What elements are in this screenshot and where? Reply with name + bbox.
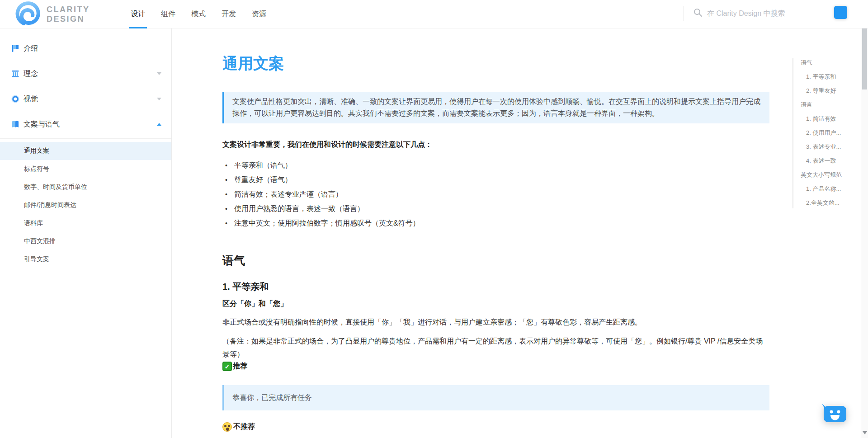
page-title: 通用文案: [222, 54, 769, 72]
nav-tab-components[interactable]: 组件: [161, 0, 175, 28]
toc-item-english-case[interactable]: 英文大小写规范: [801, 168, 864, 182]
not-recommend-row: 不推荐: [222, 422, 769, 432]
logo-wordmark: CLARITY DESIGN: [47, 5, 90, 24]
user-avatar[interactable]: [834, 6, 847, 19]
toc-item-tone[interactable]: 语气: [801, 56, 864, 70]
nav-tab-develop[interactable]: 开发: [222, 0, 236, 28]
toc-item-equal[interactable]: 1. 平等亲和: [801, 70, 864, 84]
list-item: •简洁有效；表述专业严谨（语言）: [222, 187, 769, 202]
header: CLARITY DESIGN 设计 组件 模式 开发 资源: [0, 0, 868, 28]
recommend-label: 推荐: [233, 362, 247, 371]
nav-tab-label: 设计: [131, 9, 145, 19]
bullet-icon: •: [222, 191, 234, 198]
logo-line2: DESIGN: [47, 14, 90, 24]
sidebar-subitem-label: 通用文案: [24, 147, 49, 155]
scroll-down-icon[interactable]: [863, 431, 867, 434]
flag-icon: [11, 44, 20, 53]
sidebar: 介绍 理念 视觉 文案与语气 通用文案 标点符号 数字、时间及货币单位 邮件/消…: [0, 28, 172, 438]
sidebar-item-concept[interactable]: 理念: [0, 61, 171, 86]
toc-item-professional[interactable]: 3. 表述专业...: [801, 140, 864, 154]
subsection-heading-equal: 1. 平等亲和: [222, 281, 769, 293]
section-heading-tone: 语气: [222, 253, 769, 268]
toc-border: [793, 58, 793, 208]
sidebar-item-visual[interactable]: 视觉: [0, 86, 171, 112]
lead-text: 文案设计非常重要，我们在使用和设计的时候需要注意以下几点：: [222, 140, 769, 150]
list-item-text: 注意中英文；使用阿拉伯数字；慎用感叹号（英文&符号）: [234, 219, 420, 228]
list-item: •平等亲和（语气）: [222, 158, 769, 173]
sidebar-item-copywriting[interactable]: 文案与语气: [0, 112, 171, 137]
emoji-eye: [224, 425, 226, 427]
recommend-row: ✓ 推荐: [222, 362, 769, 371]
chat-widget-button[interactable]: [821, 403, 848, 425]
clarity-logo-icon[interactable]: [15, 1, 41, 27]
info-callout: 文案使产品性格更加突出，清晰、准确、一致的文案让界面更易用，使得用户在每一次的使…: [222, 92, 769, 123]
toc-item-language[interactable]: 语言: [801, 98, 864, 112]
toc-item-consistent[interactable]: 4. 表述一致: [801, 154, 864, 168]
toc-item-product-name[interactable]: 1. 产品名称...: [801, 182, 864, 196]
check-emoji-icon: ✓: [222, 362, 232, 371]
list-item: •注意中英文；使用阿拉伯数字；慎用感叹号（英文&符号）: [222, 216, 769, 231]
example-quote: 恭喜你，已完成所有任务: [222, 385, 769, 410]
sidebar-subitem-general-copy[interactable]: 通用文案: [0, 142, 171, 160]
sidebar-subitem-label: 数字、时间及货币单位: [24, 183, 87, 191]
toc-item-respect[interactable]: 2. 尊重友好: [801, 84, 864, 98]
sidebar-subitem-guide-copy[interactable]: 引导文案: [0, 250, 171, 268]
nav-tab-design[interactable]: 设计: [131, 0, 145, 28]
sidebar-item-intro[interactable]: 介绍: [0, 36, 171, 61]
header-divider: [684, 6, 684, 21]
bullet-icon: •: [222, 176, 234, 184]
sidebar-item-label: 理念: [24, 69, 38, 79]
table-of-contents: 语气 1. 平等亲和 2. 尊重友好 语言 1. 简洁有效 2. 使用用户...…: [801, 56, 864, 210]
bullet-icon: •: [222, 205, 234, 212]
logo-line1: CLARITY: [47, 5, 90, 14]
nav-tab-resources[interactable]: 资源: [252, 0, 266, 28]
eye-icon: [11, 94, 20, 104]
list-item-text: 平等亲和（语气）: [234, 161, 292, 170]
paragraph-note: （备注：如果是非常正式的场合，为了凸显用户的尊贵地位，产品需和用户有一定的距离感…: [222, 334, 769, 361]
nav-tab-label: 开发: [222, 9, 236, 19]
page-scrollbar[interactable]: [861, 0, 868, 438]
list-item-text: 尊重友好（语气）: [234, 175, 292, 185]
paragraph-informal: 非正式场合或没有明确指向性的时候，直接使用「你」「我」进行对话，与用户建立亲密感…: [222, 316, 769, 329]
book-icon: [11, 120, 20, 129]
nav-tab-label: 模式: [191, 9, 206, 19]
sidebar-subitem-corpus[interactable]: 语料库: [0, 214, 171, 232]
bullet-list: •平等亲和（语气） •尊重友好（语气） •简洁有效；表述专业严谨（语言） •使用…: [222, 158, 769, 231]
list-item: •使用用户熟悉的语言，表述一致（语言）: [222, 202, 769, 216]
sidebar-item-label: 文案与语气: [24, 120, 60, 129]
not-recommend-label: 不推荐: [233, 422, 255, 432]
scrollbar-thumb[interactable]: [862, 18, 867, 89]
sidebar-subitem-label: 标点符号: [24, 165, 49, 173]
chevron-down-icon: [157, 98, 161, 100]
pillar-icon: [11, 69, 20, 78]
sidebar-subitem-punctuation[interactable]: 标点符号: [0, 160, 171, 178]
sidebar-subitem-numbers[interactable]: 数字、时间及货币单位: [0, 178, 171, 196]
sidebar-subitem-label: 引导文案: [24, 255, 49, 264]
primary-nav: 设计 组件 模式 开发 资源: [131, 0, 266, 28]
bullet-icon: •: [222, 162, 234, 169]
toc-item-familiar[interactable]: 2. 使用用户...: [801, 126, 864, 140]
sidebar-subitem-label: 语料库: [24, 219, 43, 227]
sidebar-divider: [0, 138, 171, 139]
sidebar-subitem-label: 中西文混排: [24, 237, 56, 245]
sidebar-subitem-mixed-text[interactable]: 中西文混排: [0, 232, 171, 250]
list-item: •尊重友好（语气）: [222, 173, 769, 187]
chevron-up-icon: [157, 123, 161, 126]
sidebar-item-label: 视觉: [24, 94, 38, 104]
rule-heading-ni-nin: 区分「你」和「您」: [222, 299, 769, 309]
list-item-text: 使用用户熟悉的语言，表述一致（语言）: [234, 204, 364, 214]
toc-item-concise[interactable]: 1. 简洁有效: [801, 112, 864, 126]
emoji-mouth: [226, 428, 229, 431]
sidebar-subitem-mail-time[interactable]: 邮件/消息时间表达: [0, 196, 171, 214]
sidebar-subitem-label: 邮件/消息时间表达: [24, 201, 76, 209]
sidebar-item-label: 介绍: [24, 44, 38, 53]
nav-tab-label: 组件: [161, 9, 175, 19]
nav-tab-label: 资源: [252, 9, 266, 19]
search-icon[interactable]: [693, 8, 703, 18]
toc-item-all-english[interactable]: 2.全英文的...: [801, 196, 864, 210]
list-item-text: 简洁有效；表述专业严谨（语言）: [234, 190, 343, 199]
search-input[interactable]: [707, 6, 820, 21]
emoji-eye: [228, 425, 230, 427]
nav-tab-patterns[interactable]: 模式: [191, 0, 206, 28]
chevron-down-icon: [157, 72, 161, 75]
